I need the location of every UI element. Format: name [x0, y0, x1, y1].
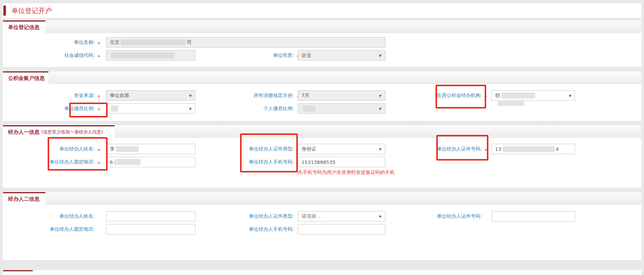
- agent2-cert-type-select[interactable]: 请选择... ▼: [298, 211, 385, 221]
- agent2-cert-no-input[interactable]: [491, 211, 575, 221]
- personal-ratio-label: 个人缴存比例:: [220, 103, 294, 114]
- redaction-sticker: [114, 159, 141, 165]
- tab-row: 经办人一信息 (请您至少添加一条经办人信息): [3, 125, 641, 138]
- unit-name-label: 单位名称:: [20, 37, 95, 48]
- agent2-cert-type-label: 单位经办人证件类型:: [220, 211, 294, 221]
- value-visible-prefix: 李: [110, 146, 115, 152]
- redaction-sticker: [116, 146, 139, 152]
- page-title: 单位登记开户: [12, 6, 52, 15]
- tab-label: 经办人二信息: [8, 196, 39, 203]
- agent1-mobile-label: 单位经办人手机号码:: [220, 157, 294, 167]
- selected-value: 身份证: [302, 146, 316, 152]
- tab-label: 经办人一信息: [8, 129, 39, 136]
- chevron-down-icon: ▼: [379, 107, 382, 111]
- value-visible-suffix: 4: [556, 146, 559, 152]
- unit-name-visible-suffix: 司: [187, 39, 192, 46]
- tab-row: 公积金账户信息: [3, 71, 641, 84]
- agent1-name-label: 单位经办人姓名:: [20, 144, 95, 154]
- redaction-sticker: [303, 106, 316, 111]
- tab-hint: (请您至少添加一条经办人信息): [41, 129, 103, 135]
- agency-select[interactable]: 朝 ▼: [491, 90, 575, 101]
- value-visible-prefix: 13: [495, 146, 501, 152]
- tab-agent-one: 经办人一信息 (请您至少添加一条经办人信息): [3, 125, 115, 138]
- required-asterisk: *: [485, 144, 490, 156]
- chevron-down-icon: ▼: [189, 107, 192, 111]
- annual-month-label: 跨年清册核定月份:: [220, 90, 294, 101]
- required-asterisk: *: [98, 90, 103, 103]
- agent1-cert-type-select[interactable]: 身份证 ▼: [298, 144, 385, 154]
- agent1-cert-no-input[interactable]: 13 4: [491, 144, 575, 154]
- agent1-landline-input[interactable]: 6: [106, 157, 195, 167]
- selected-value: 请选择...: [302, 213, 321, 220]
- tab-label: 公积金账户信息: [8, 75, 45, 82]
- annual-month-select: 7月 ▼: [298, 90, 385, 101]
- mobile-note: 此手机号码为用户名登录时发送验证码的手机: [298, 169, 395, 176]
- tab-unit-registration: 单位登记信息: [3, 20, 45, 33]
- tab-row: 经办人二信息: [3, 192, 641, 205]
- agent1-name-input[interactable]: 李: [106, 144, 195, 154]
- unit-ratio-select[interactable]: ▼: [106, 103, 195, 114]
- selected-value-prefix: 朝: [495, 92, 500, 99]
- required-asterisk: *: [98, 103, 103, 116]
- credit-code-input: [106, 50, 195, 61]
- selected-value: 单位自筹: [110, 92, 129, 99]
- section-next-partial: [3, 270, 641, 275]
- redaction-sticker: [503, 146, 555, 152]
- redaction-sticker: [498, 101, 525, 106]
- required-asterisk: *: [98, 37, 103, 49]
- tab-row: 单位登记信息: [3, 20, 641, 33]
- credit-code-label: 社会诚信代码:: [20, 50, 95, 61]
- selected-value: 企业: [302, 52, 311, 59]
- chevron-down-icon: ▼: [569, 94, 571, 98]
- unit-ratio-label: 单位缴存比例:: [20, 103, 95, 114]
- agent2-landline-input[interactable]: [106, 224, 195, 234]
- tab-label: 单位登记信息: [8, 24, 39, 31]
- fund-source-label: 资金来源:: [20, 90, 95, 101]
- value: 15313888535: [302, 159, 335, 165]
- redaction-sticker: [501, 93, 535, 98]
- tab-top-border: [3, 270, 33, 271]
- required-asterisk: *: [98, 157, 103, 169]
- unit-name-visible-prefix: 北京: [110, 39, 119, 46]
- section-unit-registration: 单位登记信息 单位名称: * 北京 司 社会诚信代码: * 单位性质: * 企业…: [3, 20, 641, 67]
- redaction-sticker: [111, 52, 174, 58]
- section-fund-account: 公积金账户信息 资金来源: * 单位自筹 ▼ 跨年清册核定月份: * 7月 ▼ …: [3, 71, 641, 121]
- chevron-down-icon: ▼: [189, 94, 192, 98]
- chevron-down-icon: ▼: [379, 54, 382, 58]
- unit-nature-label: 单位性质:: [220, 50, 294, 61]
- section-agent-one: 经办人一信息 (请您至少添加一条经办人信息) 单位经办人姓名: * 李 单位经办…: [3, 125, 641, 188]
- agent2-cert-no-label: 单位经办人证件号码:: [408, 211, 482, 221]
- selected-value: 7月: [302, 92, 309, 99]
- redaction-sticker: [111, 106, 118, 111]
- section-agent-two: 经办人二信息 单位经办人姓名: 单位经办人证件类型: 请选择... ▼ 单位经办…: [3, 192, 641, 260]
- redaction-sticker: [121, 39, 186, 45]
- agency-label: 住房公积金经办机构:: [408, 90, 482, 101]
- agent2-name-label: 单位经办人姓名:: [20, 211, 95, 221]
- unit-nature-select: 企业 ▼: [298, 50, 385, 61]
- chevron-down-icon: ▼: [379, 148, 382, 151]
- required-asterisk: *: [485, 90, 490, 103]
- agent2-mobile-label: 单位经办人手机号码:: [220, 224, 294, 234]
- tab-agent-two: 经办人二信息: [3, 192, 45, 205]
- required-asterisk: *: [98, 50, 103, 62]
- agent2-landline-label: 单位经办人固定电话:: [20, 224, 95, 234]
- chevron-down-icon: ▼: [379, 94, 382, 98]
- personal-ratio-select: ▼: [298, 103, 385, 114]
- unit-name-input: 北京 司: [106, 37, 385, 48]
- agent1-landline-label: 单位经办人固定电话:: [20, 157, 95, 167]
- agent2-name-input[interactable]: [106, 211, 195, 221]
- required-asterisk: *: [98, 144, 103, 156]
- agent1-mobile-input[interactable]: 15313888535: [298, 157, 385, 167]
- tab-fund-account: 公积金账户信息: [3, 71, 48, 84]
- page-header: 单位登记开户: [3, 3, 641, 18]
- title-accent-bar: [3, 6, 6, 16]
- agent1-cert-type-label: 单位经办人证件类型:: [220, 144, 294, 154]
- value-visible-prefix: 6: [110, 159, 113, 165]
- fund-source-select: 单位自筹 ▼: [106, 90, 195, 101]
- agent1-cert-no-label: 单位经办人证件号码:: [408, 144, 482, 154]
- agent2-mobile-input[interactable]: [298, 224, 385, 234]
- chevron-down-icon: ▼: [379, 215, 382, 219]
